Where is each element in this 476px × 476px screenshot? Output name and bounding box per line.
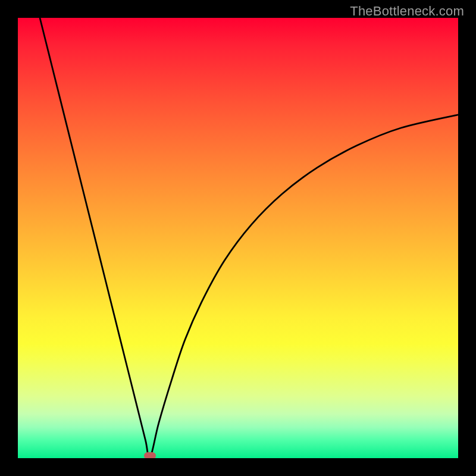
chart-frame: TheBottleneck.com xyxy=(0,0,476,476)
bottleneck-curve xyxy=(18,18,458,458)
optimal-marker xyxy=(144,452,156,458)
watermark-text: TheBottleneck.com xyxy=(350,4,464,19)
plot-area xyxy=(18,18,458,458)
curve-path xyxy=(40,18,458,458)
